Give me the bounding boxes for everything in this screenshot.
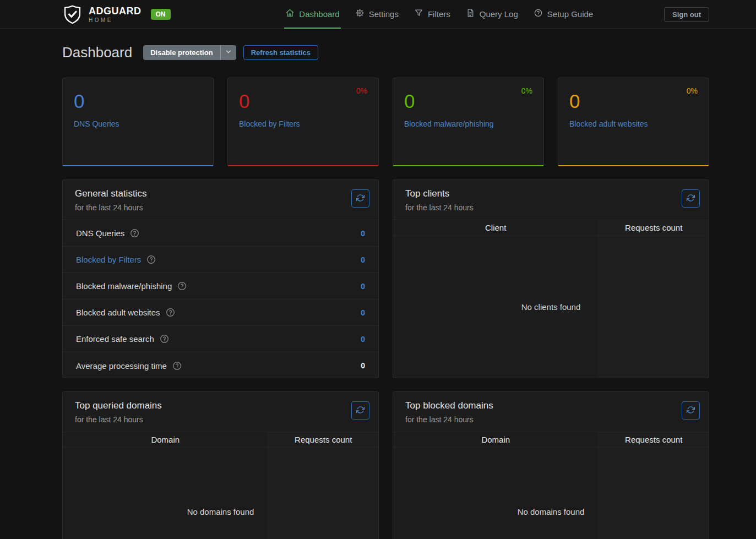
navbar: ADGUARD HOME ON Dashboard Settings bbox=[0, 0, 756, 29]
card-title: General statistics bbox=[75, 188, 366, 199]
column-header-domain[interactable]: Domain bbox=[63, 432, 268, 447]
row-label: Average processing time bbox=[76, 361, 167, 371]
column-header-domain[interactable]: Domain bbox=[393, 432, 598, 447]
stats-row-safe-search: Enforced safe search 0 bbox=[63, 326, 378, 352]
main-nav: Dashboard Settings Filters Query Log bbox=[240, 0, 594, 29]
empty-state-text: No domains found bbox=[187, 507, 254, 516]
row-label: DNS Queries bbox=[76, 228, 124, 238]
stat-label-link[interactable]: Blocked by Filters bbox=[239, 119, 300, 128]
column-header-client[interactable]: Client bbox=[393, 220, 598, 235]
nav-label: Query Log bbox=[480, 9, 518, 19]
refresh-card-button[interactable] bbox=[682, 401, 700, 420]
nav-label: Filters bbox=[428, 9, 450, 19]
stat-label-link[interactable]: DNS Queries bbox=[74, 119, 119, 128]
stats-row-blocked-by-filters: Blocked by Filters 0 bbox=[63, 247, 378, 273]
stat-label-link[interactable]: Blocked adult websites bbox=[569, 119, 648, 128]
table-header: Domain Requests count bbox=[63, 432, 378, 448]
gear-icon bbox=[355, 8, 365, 19]
row-value: 0 bbox=[361, 335, 365, 344]
row-label: Enforced safe search bbox=[76, 334, 154, 344]
page-header: Dashboard Disable protection Refresh sta… bbox=[62, 44, 709, 61]
nav-item-query-log[interactable]: Query Log bbox=[465, 0, 519, 29]
row-value: 0 bbox=[361, 308, 365, 317]
refresh-card-button[interactable] bbox=[682, 189, 700, 208]
file-icon bbox=[466, 8, 475, 19]
table-body: No domains found bbox=[63, 448, 378, 539]
refresh-statistics-button[interactable]: Refresh statistics bbox=[243, 45, 318, 60]
row-label: Blocked malware/phishing bbox=[76, 281, 172, 291]
help-circle-icon[interactable] bbox=[146, 254, 156, 265]
column-divider bbox=[598, 448, 709, 539]
nav-item-dashboard[interactable]: Dashboard bbox=[284, 0, 340, 29]
stat-card-row: 0 DNS Queries 0% 0 Blocked by Filters 0%… bbox=[62, 78, 709, 166]
nav-label: Settings bbox=[369, 9, 399, 19]
funnel-icon bbox=[414, 8, 423, 19]
help-circle-icon[interactable] bbox=[172, 361, 182, 371]
card-title: Top clients bbox=[405, 188, 697, 199]
help-circle-icon bbox=[534, 8, 543, 19]
stat-value: 0 bbox=[569, 91, 698, 111]
column-header-requests-count[interactable]: Requests count bbox=[598, 432, 709, 447]
refresh-card-button[interactable] bbox=[351, 189, 369, 208]
row-value: 0 bbox=[361, 361, 365, 370]
empty-state-text: No clients found bbox=[521, 302, 581, 312]
stat-percent: 0% bbox=[521, 86, 532, 95]
column-divider bbox=[268, 448, 378, 539]
row-label: Blocked adult websites bbox=[76, 308, 160, 317]
stat-value: 0 bbox=[74, 91, 202, 111]
nav-item-settings[interactable]: Settings bbox=[354, 0, 400, 29]
stat-card-blocked-adult: 0% 0 Blocked adult websites bbox=[558, 78, 709, 166]
stats-row-blocked-malware: Blocked malware/phishing 0 bbox=[63, 273, 378, 300]
stat-percent: 0% bbox=[356, 86, 367, 95]
stats-row-processing-time: Average processing time 0 bbox=[63, 352, 378, 379]
brand-name: ADGUARD bbox=[89, 6, 142, 16]
card-subtitle: for the last 24 hours bbox=[405, 415, 697, 424]
chevron-down-icon bbox=[225, 48, 232, 57]
refresh-card-button[interactable] bbox=[351, 401, 369, 420]
disable-protection-button[interactable]: Disable protection bbox=[143, 45, 220, 60]
nav-label: Setup Guide bbox=[547, 9, 593, 19]
table-header: Domain Requests count bbox=[393, 432, 709, 448]
nav-label: Dashboard bbox=[299, 9, 339, 19]
card-subtitle: for the last 24 hours bbox=[75, 203, 366, 212]
help-circle-icon[interactable] bbox=[129, 228, 140, 238]
help-circle-icon[interactable] bbox=[177, 281, 187, 291]
empty-state-text: No domains found bbox=[518, 507, 585, 516]
top-queried-domains-card: Top queried domains for the last 24 hour… bbox=[62, 391, 379, 539]
help-circle-icon[interactable] bbox=[159, 334, 170, 344]
adguard-shield-logo-icon bbox=[62, 4, 83, 25]
stat-value: 0 bbox=[404, 91, 532, 111]
column-header-requests-count[interactable]: Requests count bbox=[268, 432, 378, 447]
row-value: 0 bbox=[361, 229, 365, 238]
refresh-icon bbox=[687, 194, 695, 204]
sign-out-button[interactable]: Sign out bbox=[664, 7, 709, 22]
stat-card-dns-queries: 0 DNS Queries bbox=[62, 78, 214, 166]
stats-row-blocked-adult: Blocked adult websites 0 bbox=[63, 300, 378, 326]
disable-protection-dropdown-button[interactable] bbox=[220, 45, 236, 60]
brand-subtitle: HOME bbox=[89, 18, 142, 23]
table-body: No clients found bbox=[393, 236, 709, 378]
nav-item-setup-guide[interactable]: Setup Guide bbox=[532, 0, 594, 29]
top-blocked-domains-card: Top blocked domains for the last 24 hour… bbox=[393, 391, 709, 539]
card-title: Top blocked domains bbox=[405, 400, 697, 411]
general-statistics-rows: DNS Queries 0 Blocked by Filters 0 Block… bbox=[63, 220, 378, 379]
refresh-icon bbox=[687, 406, 695, 416]
column-divider bbox=[598, 236, 709, 378]
dashboard-page: Dashboard Disable protection Refresh sta… bbox=[62, 44, 709, 539]
card-subtitle: for the last 24 hours bbox=[405, 203, 697, 212]
general-statistics-card: General statistics for the last 24 hours… bbox=[62, 179, 379, 378]
stat-value: 0 bbox=[239, 91, 367, 111]
help-circle-icon[interactable] bbox=[165, 307, 176, 318]
top-clients-card: Top clients for the last 24 hours Client… bbox=[393, 179, 709, 378]
stat-label-link[interactable]: Blocked malware/phishing bbox=[404, 119, 494, 128]
row-label-link[interactable]: Blocked by Filters bbox=[76, 255, 141, 264]
table-header: Client Requests count bbox=[393, 220, 709, 236]
disable-protection-split-button: Disable protection bbox=[143, 45, 236, 60]
brand-home-link[interactable]: ADGUARD HOME ON bbox=[62, 0, 171, 29]
column-header-requests-count[interactable]: Requests count bbox=[598, 220, 709, 235]
nav-item-filters[interactable]: Filters bbox=[413, 0, 452, 29]
home-icon bbox=[285, 8, 295, 19]
protection-status-badge: ON bbox=[151, 9, 171, 20]
stat-card-blocked-by-filters: 0% 0 Blocked by Filters bbox=[227, 78, 379, 166]
stat-percent: 0% bbox=[687, 86, 698, 95]
